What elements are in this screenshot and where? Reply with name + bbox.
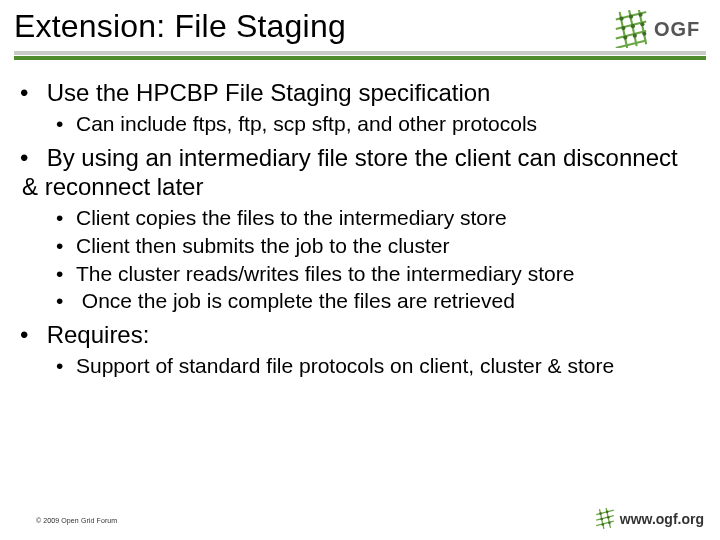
- svg-point-25: [601, 523, 604, 526]
- sub-bullet: Once the job is complete the files are r…: [56, 288, 698, 314]
- svg-point-14: [633, 34, 637, 38]
- sub-bullet: Client then submits the job to the clust…: [56, 233, 698, 259]
- svg-line-16: [596, 510, 614, 514]
- sub-bullet: Client copies the files to the intermedi…: [56, 205, 698, 231]
- slide-header: Extension: File Staging OGF: [0, 0, 720, 60]
- bullet-2: By using an intermediary file store the …: [22, 143, 698, 314]
- svg-point-12: [640, 22, 644, 26]
- copyright-text: © 2009 Open Grid Forum: [36, 517, 117, 524]
- slide-body: Use the HPCBP File Staging specification…: [0, 60, 720, 379]
- grid-icon-small: [594, 508, 616, 530]
- footer-url: www.ogf.org: [620, 511, 704, 527]
- svg-point-22: [606, 511, 609, 514]
- grid-icon: [612, 10, 650, 48]
- bullet-1: Use the HPCBP File Staging specification…: [22, 78, 698, 137]
- svg-point-13: [623, 35, 627, 39]
- svg-point-24: [607, 516, 610, 519]
- svg-point-8: [629, 15, 633, 19]
- sub-bullet: Support of standard file protocols on cl…: [56, 353, 698, 379]
- svg-line-3: [616, 40, 646, 48]
- svg-point-21: [599, 512, 602, 515]
- sub-bullet: The cluster reads/writes files to the in…: [56, 261, 698, 287]
- svg-point-23: [600, 518, 603, 521]
- sub-bullet: Can include ftps, ftp, scp sftp, and oth…: [56, 111, 698, 137]
- svg-line-18: [596, 521, 614, 525]
- bullet-3-text: Requires:: [47, 321, 150, 348]
- svg-line-17: [596, 516, 614, 520]
- svg-point-10: [621, 26, 625, 30]
- svg-point-15: [642, 32, 646, 36]
- svg-line-2: [616, 31, 646, 39]
- svg-point-11: [631, 24, 635, 28]
- slide-title: Extension: File Staging: [14, 8, 706, 45]
- bullet-1-text: Use the HPCBP File Staging specification: [47, 79, 491, 106]
- bullet-2-text: By using an intermediary file store the …: [22, 144, 678, 200]
- svg-point-7: [619, 16, 623, 20]
- svg-point-9: [638, 13, 642, 17]
- svg-point-26: [608, 522, 611, 525]
- ogf-logo: OGF: [612, 6, 706, 52]
- logo-text: OGF: [654, 18, 700, 41]
- footer-logo: www.ogf.org: [594, 508, 704, 530]
- title-underline: [14, 51, 706, 60]
- bullet-3: Requires: Support of standard file proto…: [22, 320, 698, 379]
